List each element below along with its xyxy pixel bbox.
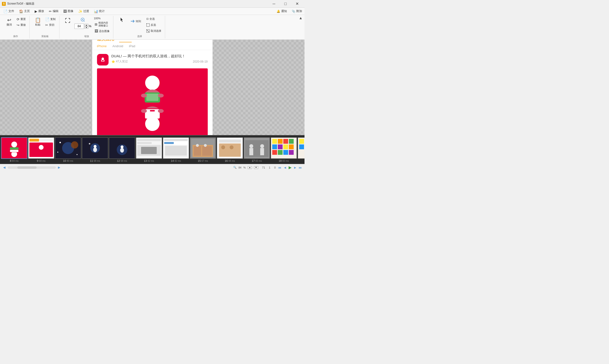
svg-point-39 xyxy=(93,147,97,152)
select-all-icon: ⊡ xyxy=(146,17,149,20)
menu-transition[interactable]: ✨ 过渡 xyxy=(76,8,91,14)
tab-discover-apps[interactable]: 发现应用 xyxy=(139,40,151,42)
frame-item-12[interactable]: 12 68 ms xyxy=(109,137,135,162)
goto-button[interactable]: ➜ 转到 xyxy=(128,16,143,26)
zoom-pct-status: % xyxy=(243,166,246,169)
svg-point-35 xyxy=(57,152,58,153)
zoom-up-button[interactable]: ▲ xyxy=(84,24,88,26)
frame-item-16[interactable]: 16 84 ms xyxy=(217,137,243,162)
game-illustration xyxy=(119,70,186,135)
status-zoom-up[interactable]: ▲ xyxy=(248,166,252,169)
close-button[interactable]: ✕ xyxy=(292,0,303,8)
menu-edit[interactable]: ✏ 编辑 xyxy=(46,8,61,14)
select-all-button[interactable]: ⊡ 全选 xyxy=(145,16,163,21)
frame-thumb-12 xyxy=(109,137,135,159)
menu-play[interactable]: ▶ 播放 xyxy=(32,8,46,14)
svg-rect-69 xyxy=(245,140,269,157)
frame-last-button[interactable]: ⏭ xyxy=(298,166,303,169)
pointer-icon xyxy=(119,18,124,23)
svg-rect-71 xyxy=(249,148,253,155)
sub-tab-iphone[interactable]: iPhone xyxy=(97,44,107,48)
scroll-right-button[interactable]: ► xyxy=(57,165,62,170)
ribbon-toolbar: ↩ 撤消 ⟳ 重置 ↪ 重做 操作 📋 粘贴 xyxy=(0,15,305,40)
expand-icon xyxy=(65,18,71,23)
stats-icon: 📊 xyxy=(94,9,98,13)
redo-button[interactable]: ↪ 重做 xyxy=(15,22,27,28)
copy-icon: 📄 xyxy=(45,17,49,21)
notify-button[interactable]: 🔔 通知 xyxy=(275,9,288,14)
zoom-down-button[interactable]: ▼ xyxy=(84,26,88,29)
frame-preview-13 xyxy=(136,138,162,158)
zoom-in-button[interactable] xyxy=(74,16,91,23)
sub-tab-ipad[interactable]: iPad xyxy=(129,44,135,48)
svg-point-32 xyxy=(71,141,78,149)
canvas-viewport[interactable]: 最美应用 每日最美 发现应用 iPhone Android iPad xyxy=(0,40,305,135)
window-title: ScreenToGif - 编辑器 xyxy=(7,2,34,6)
frame-first-button[interactable]: ⏮ xyxy=(278,166,282,169)
svg-point-72 xyxy=(260,144,264,148)
scrollbar-thumb[interactable] xyxy=(17,166,37,169)
menu-file[interactable]: 📄 文件 xyxy=(1,8,17,14)
sub-tab-android[interactable]: Android xyxy=(112,44,123,48)
select-label: 选择 xyxy=(137,34,142,38)
copy-button[interactable]: 📄 复制 xyxy=(44,17,57,22)
svg-point-38 xyxy=(89,143,90,144)
frame-item-8[interactable]: 8 84 ms xyxy=(1,137,27,162)
frame-item-10[interactable]: 10 80 ms xyxy=(55,137,81,162)
fit-image-button[interactable]: 🖼 适合图像 xyxy=(93,28,111,34)
zoom-100-button[interactable]: 100% xyxy=(93,16,111,20)
pointer-button[interactable] xyxy=(116,16,127,25)
frame-item-19[interactable]: 19 xyxy=(298,137,305,162)
attach-button[interactable]: 📎 附加 xyxy=(290,9,304,14)
undo-button[interactable]: ↩ 撤消 xyxy=(4,16,14,28)
frame-item-11[interactable]: 11 68 ms xyxy=(82,137,108,162)
svg-point-8 xyxy=(145,76,160,90)
maximize-button[interactable]: □ xyxy=(280,0,291,8)
tab-daily-best[interactable]: 每日最美 xyxy=(119,40,132,42)
menu-image[interactable]: 🖼 图像 xyxy=(61,8,76,14)
scissors-icon: ✂ xyxy=(45,23,48,27)
frame-thumb-13 xyxy=(136,137,162,159)
cut-button[interactable]: ✂ 剪切 xyxy=(44,22,57,28)
frame-item-14[interactable]: 14 82 ms xyxy=(163,137,189,162)
svg-point-21 xyxy=(11,142,17,147)
invert-select-button[interactable]: 反选 xyxy=(145,22,163,27)
reset-button[interactable]: ⟳ 重置 xyxy=(15,17,27,22)
window-controls[interactable]: ─ □ ✕ xyxy=(268,0,303,8)
svg-point-18 xyxy=(158,109,164,113)
frame-item-15[interactable]: 15 67 ms xyxy=(190,137,216,162)
scrollbar-track[interactable] xyxy=(8,166,56,169)
article-likes: ⭐ 47人笑过 xyxy=(111,59,128,64)
frame-thumb-15 xyxy=(190,137,216,159)
fit-all-button[interactable] xyxy=(62,16,73,25)
menu-stats[interactable]: 📊 统计 xyxy=(91,8,107,14)
svg-rect-11 xyxy=(146,94,158,101)
zoom-input[interactable]: 84 xyxy=(74,24,84,29)
fit-window-button[interactable]: ⊞ 根据内容 调整窗口 xyxy=(93,21,111,28)
frame-item-9[interactable]: 9 68 ms xyxy=(28,137,54,162)
frame-item-13[interactable]: 13 82 ms xyxy=(136,137,162,162)
zoom-spinners: ▲ ▼ xyxy=(84,24,88,29)
cancel-select-button[interactable]: 取消选择 xyxy=(145,28,163,33)
svg-rect-86 xyxy=(289,150,294,155)
frame-item-17[interactable]: 17 83 ms xyxy=(244,137,270,162)
scroll-left-button[interactable]: ◄ xyxy=(2,165,7,170)
svg-rect-73 xyxy=(260,148,264,155)
frame-prev-button[interactable]: ◄ xyxy=(283,166,287,169)
svg-rect-82 xyxy=(289,144,294,149)
ribbon-collapse-button[interactable]: ▲ xyxy=(299,16,303,20)
frame-item-18[interactable]: 18 83 ms xyxy=(271,137,297,162)
svg-point-44 xyxy=(120,148,124,153)
frame-preview-17 xyxy=(244,138,270,158)
filmstrip-timeline: 8 84 ms 9 68 ms xyxy=(0,135,305,164)
paste-button[interactable]: 📋 粘贴 xyxy=(32,16,43,28)
status-zoom-down[interactable]: ▼ xyxy=(254,166,258,169)
menu-home[interactable]: 🏠 主页 xyxy=(17,8,32,14)
minimize-button[interactable]: ─ xyxy=(268,0,279,8)
svg-point-19 xyxy=(145,117,160,131)
zoom-value-status: 84 xyxy=(239,166,241,169)
file-icon: 📄 xyxy=(3,9,7,13)
frame-play-button[interactable]: ▶ xyxy=(288,165,292,170)
frame-navigation: ⏮ ◄ ▶ ► ⏭ xyxy=(278,165,303,170)
frame-next-button[interactable]: ► xyxy=(293,166,297,169)
